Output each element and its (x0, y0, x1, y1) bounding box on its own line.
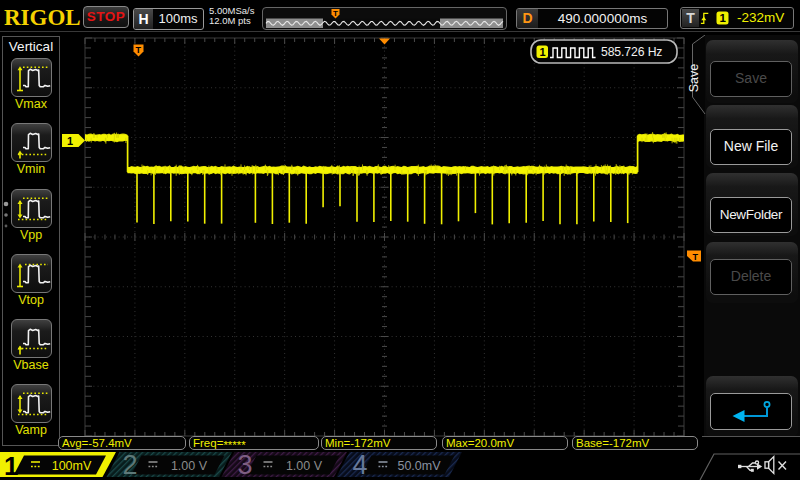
svg-text:4: 4 (353, 450, 368, 480)
svg-text:50.0mV: 50.0mV (397, 459, 441, 473)
svg-text:2: 2 (123, 450, 138, 480)
svg-text:3: 3 (238, 450, 253, 480)
svg-text:1.00 V: 1.00 V (286, 459, 323, 473)
svg-text:1.00 V: 1.00 V (171, 459, 208, 473)
svg-text:100mV: 100mV (52, 459, 92, 473)
svg-text:1: 1 (4, 451, 18, 480)
